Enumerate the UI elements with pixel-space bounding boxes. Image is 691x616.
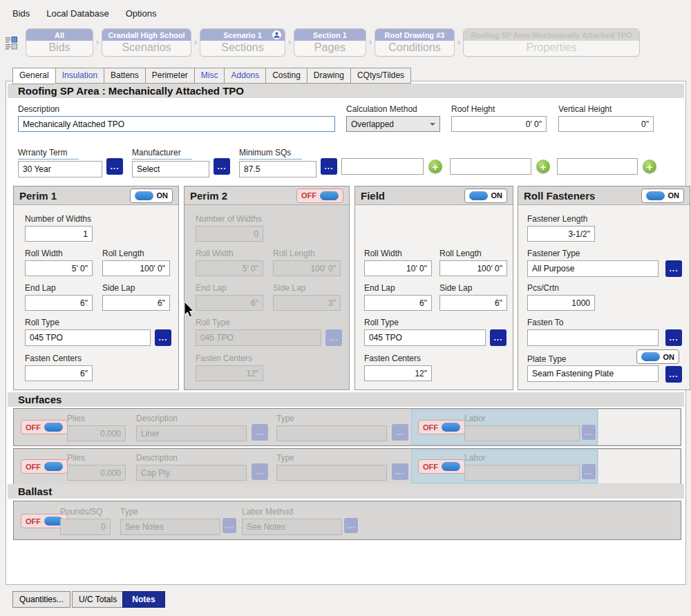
perim1-roll-width-input[interactable] xyxy=(25,260,93,276)
description-input[interactable] xyxy=(18,116,335,132)
minimum-sqs-label: Minimum SQs xyxy=(239,148,302,160)
manufacturer-browse-button[interactable]: ... xyxy=(214,158,230,175)
field-roll-type-input[interactable] xyxy=(364,329,486,346)
fastener-type-browse-button[interactable]: ... xyxy=(665,260,682,277)
surface-row-1-toggle[interactable]: OFF xyxy=(21,420,68,434)
perim2-roll-type-browse-button: ... xyxy=(325,329,342,346)
pcs-crtn-label: Pcs/Crtn xyxy=(527,283,595,293)
minimum-sqs-browse-button[interactable]: ... xyxy=(321,158,337,175)
field-toggle[interactable]: ON xyxy=(464,189,508,203)
surface-row-2-labor-browse-button: ... xyxy=(582,464,596,479)
tab-battens[interactable]: Battens xyxy=(104,68,145,84)
surface-row-2-plies-input xyxy=(67,465,126,481)
tab-insulation[interactable]: Insulation xyxy=(55,68,104,84)
surface-row-2-toggle[interactable]: OFF xyxy=(21,459,68,474)
breadcrumb-conditions[interactable]: Roof Drawing #3 Conditions xyxy=(375,28,455,57)
breadcrumb-bids-label: Bids xyxy=(26,41,93,56)
tab-addons[interactable]: Addons xyxy=(224,68,265,84)
surface-row-2-type-browse-button: ... xyxy=(392,463,408,480)
plate-type-toggle[interactable]: ON xyxy=(636,349,680,364)
perim1-roll-type-input[interactable] xyxy=(25,329,151,346)
pcs-crtn-input[interactable] xyxy=(527,295,595,311)
perim1-end-lap-input[interactable] xyxy=(25,295,93,311)
tab-general[interactable]: General xyxy=(12,68,55,84)
warranty-term-input[interactable] xyxy=(18,161,102,177)
plate-type-browse-button[interactable]: ... xyxy=(665,366,682,383)
vertical-height-label: Vertical Height xyxy=(558,104,654,114)
perim2-roll-type-input xyxy=(196,329,321,346)
perim1-toggle[interactable]: ON xyxy=(130,189,173,203)
breadcrumb-pages[interactable]: Section 1 Pages xyxy=(294,28,366,57)
tab-drawing[interactable]: Drawing xyxy=(307,68,350,84)
breadcrumb-separator: › xyxy=(288,37,291,47)
menu-local-database[interactable]: Local Database xyxy=(46,8,108,19)
surface-row-2-labor-toggle[interactable]: OFF xyxy=(418,459,465,474)
add-button-3[interactable]: + xyxy=(643,160,656,173)
perim1-roll-type-browse-button[interactable]: ... xyxy=(155,329,171,346)
tab-perimeter[interactable]: Perimeter xyxy=(145,68,194,84)
roof-height-input[interactable] xyxy=(451,116,547,132)
minimum-sqs-input[interactable] xyxy=(239,161,316,177)
quantities-button[interactable]: Quantities... xyxy=(12,591,70,608)
calculation-method-select[interactable]: Overlapped xyxy=(346,116,440,132)
breadcrumb-bids-value: All xyxy=(26,29,93,41)
add-button-1[interactable]: + xyxy=(428,160,442,173)
perim2-roll-width-label: Roll Width xyxy=(196,249,263,258)
field-side-lap-input[interactable] xyxy=(439,295,507,311)
perim2-roll-length-label: Roll Length xyxy=(273,249,341,258)
manufacturer-input[interactable] xyxy=(132,161,209,177)
plate-type-input[interactable] xyxy=(527,365,659,382)
calculation-method-label: Calculation Method xyxy=(346,104,440,114)
perim1-fasten-centers-input[interactable] xyxy=(25,365,93,381)
breadcrumb-sections[interactable]: Scenario 1 Sections xyxy=(200,28,285,57)
breadcrumb-scenarios[interactable]: Crandall High School Scenarios xyxy=(102,28,191,57)
surface-row-1-description-input xyxy=(136,425,247,441)
perim2-number-of-widths-label: Number of Widths xyxy=(196,214,263,224)
perim1-title: Perim 1 xyxy=(19,190,130,202)
field-title: Field xyxy=(361,190,464,202)
uc-totals-button[interactable]: U/C Totals xyxy=(72,591,124,608)
perim1-side-lap-input[interactable] xyxy=(102,295,170,311)
roll-fasteners-toggle[interactable]: ON xyxy=(641,189,685,203)
perim1-end-lap-label: End Lap xyxy=(25,283,93,293)
field-end-lap-input[interactable] xyxy=(364,295,432,311)
fasten-to-input[interactable] xyxy=(527,329,659,346)
extra-field-1-input[interactable] xyxy=(341,158,424,175)
fastener-type-input[interactable] xyxy=(527,260,659,277)
field-roll-width-input[interactable] xyxy=(364,260,432,276)
description-group: Description xyxy=(18,104,335,132)
perim2-roll-width-input xyxy=(196,260,263,276)
add-button-2[interactable]: + xyxy=(536,160,550,173)
tab-costing[interactable]: Costing xyxy=(265,68,307,84)
field-fasten-centers-input[interactable] xyxy=(364,365,432,381)
menu-bids[interactable]: Bids xyxy=(12,8,30,19)
warranty-term-label: Wrranty Term xyxy=(18,148,79,160)
menu-bar: Bids Local Database Options xyxy=(12,8,156,19)
perim1-number-of-widths-input[interactable] xyxy=(25,226,93,242)
perim2-toggle[interactable]: OFF xyxy=(296,189,343,203)
vertical-height-input[interactable] xyxy=(558,116,654,132)
perim2-end-lap-label: End Lap xyxy=(196,283,263,293)
fastener-length-input[interactable] xyxy=(527,226,595,242)
breadcrumb-separator: › xyxy=(369,37,372,47)
warranty-term-browse-button[interactable]: ... xyxy=(106,158,123,175)
surface-row-1-labor-toggle[interactable]: OFF xyxy=(418,420,465,434)
breadcrumb-properties-value: Roofing SP Area:Mechanically Attached TP… xyxy=(464,29,639,41)
field-roll-type-browse-button[interactable]: ... xyxy=(490,329,507,346)
field-roll-length-input[interactable] xyxy=(439,260,507,276)
toggle-knob xyxy=(320,191,339,200)
breadcrumb-separator: › xyxy=(194,37,197,47)
view-switcher-icon[interactable] xyxy=(6,36,19,52)
tab-cqtys-tildes[interactable]: CQtys/Tildes xyxy=(350,68,411,84)
fasten-to-browse-button[interactable]: ... xyxy=(665,329,682,346)
extra-field-2-input[interactable] xyxy=(450,158,531,175)
perim1-roll-length-input[interactable] xyxy=(102,260,170,276)
extra-field-3-input[interactable] xyxy=(557,158,638,175)
notes-button[interactable]: Notes xyxy=(122,591,165,608)
surface-row-1-type-input xyxy=(276,425,387,441)
breadcrumb-bids[interactable]: All Bids xyxy=(26,28,93,57)
tab-misc[interactable]: Misc xyxy=(194,68,225,84)
menu-options[interactable]: Options xyxy=(126,8,157,19)
perim2-roll-type-label: Roll Type xyxy=(196,318,343,327)
chevron-down-icon xyxy=(430,123,435,128)
